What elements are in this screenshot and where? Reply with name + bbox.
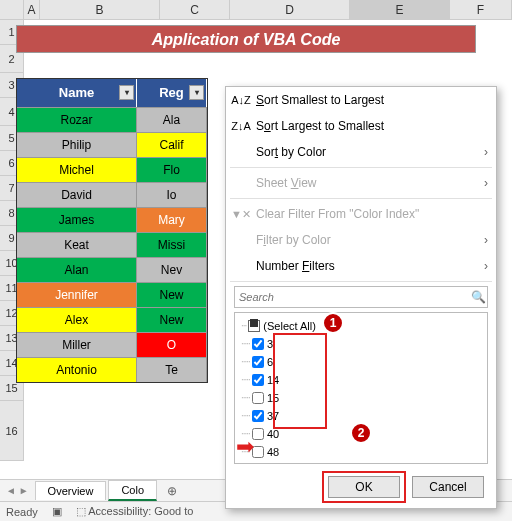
tab-overview[interactable]: Overview	[35, 481, 107, 500]
col-F[interactable]: F	[450, 0, 512, 19]
menu-sheet-view: Sheet View	[226, 170, 496, 196]
filter-button-reg[interactable]	[189, 85, 204, 100]
cell-name[interactable]: Antonio	[17, 358, 137, 382]
item-select-all[interactable]: ···(Select All)	[241, 317, 481, 335]
cell-reg[interactable]: Nev	[137, 258, 207, 282]
menu-filter-by-color-label: Filter by Color	[252, 233, 488, 247]
filter-item-label: 40	[267, 425, 279, 443]
menu-number-filters-label: Number Filters	[252, 259, 488, 273]
filter-item[interactable]: ·····6	[241, 353, 481, 371]
callout-1: 1	[322, 312, 344, 334]
menu-sort-by-color-label: Sort by Color	[252, 145, 488, 159]
tab-color[interactable]: Colo	[108, 480, 157, 501]
cell-reg[interactable]: Ala	[137, 108, 207, 132]
header-reg-label: Reg	[159, 85, 184, 100]
header-name-label: Name	[59, 85, 94, 100]
search-box[interactable]: 🔍	[234, 286, 488, 308]
tab-nav[interactable]: ◄ ►	[0, 485, 35, 496]
select-all-corner[interactable]	[0, 0, 24, 19]
sort-asc-icon: A↓Z	[230, 94, 252, 106]
col-A[interactable]: A	[24, 0, 40, 19]
checkbox[interactable]	[252, 392, 264, 404]
data-table: Name Reg RozarAla PhilipCalif MichelFlo …	[16, 78, 208, 383]
col-C[interactable]: C	[160, 0, 230, 19]
cell-reg[interactable]: Calif	[137, 133, 207, 157]
callout-2: 2	[350, 422, 372, 444]
cell-name[interactable]: Miller	[17, 333, 137, 357]
menu-number-filters[interactable]: Number Filters	[226, 253, 496, 279]
separator	[230, 167, 492, 168]
cell-reg[interactable]: New	[137, 308, 207, 332]
cell-name[interactable]: David	[17, 183, 137, 207]
header-name[interactable]: Name	[17, 79, 137, 107]
filter-item[interactable]: ·····14	[241, 371, 481, 389]
ok-button[interactable]: OK	[328, 476, 400, 498]
sort-desc-icon: Z↓A	[230, 120, 252, 132]
menu-clear-filter: ▼✕ Clear Filter From "Color Index"	[226, 201, 496, 227]
search-icon: 🔍	[469, 290, 487, 304]
cell-name[interactable]: Keat	[17, 233, 137, 257]
col-E[interactable]: E	[350, 0, 450, 19]
cell-name[interactable]: Philip	[17, 133, 137, 157]
cell-name[interactable]: Jennifer	[17, 283, 137, 307]
filter-item-label: 3	[267, 335, 273, 353]
menu-clear-filter-label: Clear Filter From "Color Index"	[252, 207, 488, 221]
cell-reg[interactable]: Mary	[137, 208, 207, 232]
filter-item-label: 14	[267, 371, 279, 389]
col-D[interactable]: D	[230, 0, 350, 19]
annotation-arrow: ➡	[236, 434, 254, 460]
filter-item[interactable]: ·····15	[241, 389, 481, 407]
cell-reg[interactable]: New	[137, 283, 207, 307]
menu-sort-asc[interactable]: A↓Z Sort Smallest to Largest	[226, 87, 496, 113]
cell-reg[interactable]: Io	[137, 183, 207, 207]
menu-sheet-view-label: Sheet View	[252, 176, 488, 190]
cell-name[interactable]: James	[17, 208, 137, 232]
cell-name[interactable]: Rozar	[17, 108, 137, 132]
cell-name[interactable]: Alan	[17, 258, 137, 282]
autofilter-menu: A↓Z Sort Smallest to Largest Z↓A Sort La…	[225, 86, 497, 509]
cell-name[interactable]: Michel	[17, 158, 137, 182]
add-sheet-button[interactable]: ⊕	[159, 484, 185, 498]
cell-reg[interactable]: Flo	[137, 158, 207, 182]
clear-filter-icon: ▼✕	[230, 208, 252, 221]
filter-button-name[interactable]	[119, 85, 134, 100]
item-select-all-label: (Select All)	[263, 317, 316, 335]
cell-reg[interactable]: Missi	[137, 233, 207, 257]
status-accessibility[interactable]: Accessibility: Good to	[76, 505, 194, 518]
filter-item-label: 48	[267, 443, 279, 461]
row-16[interactable]: 16	[0, 401, 24, 461]
title-cell: Application of VBA Code	[16, 25, 476, 53]
checkbox[interactable]	[252, 410, 264, 422]
menu-sort-by-color[interactable]: Sort by Color	[226, 139, 496, 165]
status-macro-icon[interactable]: ▣	[52, 505, 62, 518]
status-ready: Ready	[6, 506, 38, 518]
column-headers: A B C D E F	[0, 0, 512, 20]
header-reg[interactable]: Reg	[137, 79, 207, 107]
cancel-button[interactable]: Cancel	[412, 476, 484, 498]
separator	[230, 198, 492, 199]
cell-reg[interactable]: O	[137, 333, 207, 357]
filter-item-label: 37	[267, 407, 279, 425]
cell-reg[interactable]: Te	[137, 358, 207, 382]
filter-item[interactable]: ·····3	[241, 335, 481, 353]
separator	[230, 281, 492, 282]
menu-sort-desc[interactable]: Z↓A Sort Largest to Smallest	[226, 113, 496, 139]
col-B[interactable]: B	[40, 0, 160, 19]
filter-item-label: 6	[267, 353, 273, 371]
checkbox[interactable]	[252, 338, 264, 350]
checkbox[interactable]	[252, 374, 264, 386]
filter-item-label: 15	[267, 389, 279, 407]
search-input[interactable]	[235, 291, 469, 303]
menu-sort-desc-label: Sort Largest to Smallest	[252, 119, 488, 133]
menu-sort-asc-label: Sort Smallest to Largest	[252, 93, 488, 107]
checkbox[interactable]	[252, 356, 264, 368]
cell-name[interactable]: Alex	[17, 308, 137, 332]
menu-filter-by-color: Filter by Color	[226, 227, 496, 253]
filter-item[interactable]: ·····48	[241, 443, 481, 461]
